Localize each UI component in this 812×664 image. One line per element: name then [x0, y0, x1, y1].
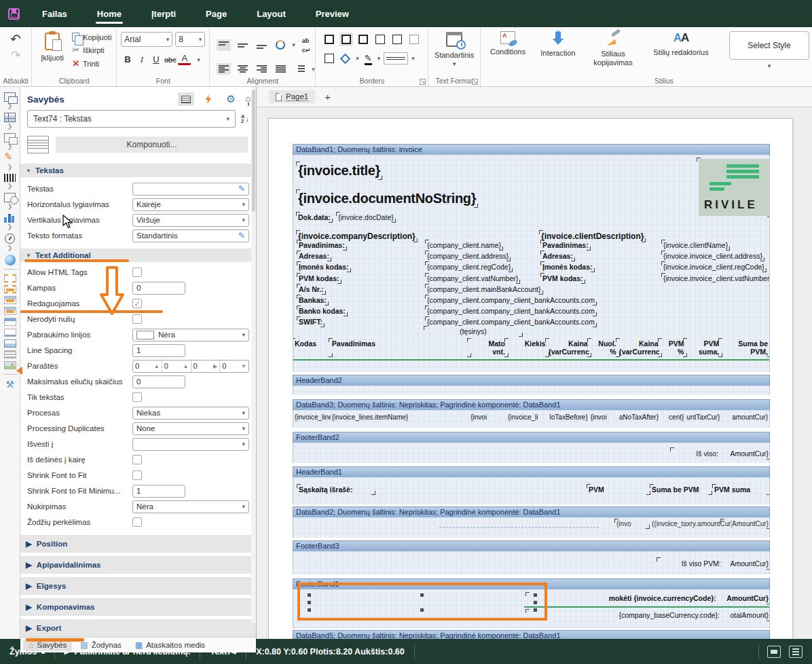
section-header-elgesys[interactable]: ▶Elgesys	[20, 577, 256, 595]
text-format-expander-icon[interactable]: ↘	[472, 79, 478, 85]
events-button[interactable]	[200, 92, 217, 106]
band-footerband2[interactable]: FooterBand2 Iš viso: AmountCur}	[293, 432, 770, 463]
company-description-field[interactable]: {invoice.companyDescription}	[298, 232, 416, 241]
primitives-tool[interactable]	[4, 191, 16, 202]
properties-scrollbar[interactable]	[251, 87, 256, 623]
map-tool[interactable]	[5, 253, 16, 265]
style-copy-button[interactable]: Stiliaus kopijavimas	[584, 31, 642, 67]
table-header-kiekis[interactable]: Kiekis	[506, 339, 547, 356]
border-top-button[interactable]	[373, 33, 387, 46]
select-processing-duplicates[interactable]: None▾	[132, 422, 249, 435]
menu-tab-layout[interactable]: Layout	[242, 0, 301, 27]
band-data-tool[interactable]	[4, 306, 16, 316]
pin-icon[interactable]	[246, 97, 251, 102]
field-label-mon-s-kodas[interactable]: Įmonės kodas:	[299, 263, 349, 271]
chevron-right-icon[interactable]: ❯	[7, 244, 13, 251]
field-value-a-s-nr[interactable]: {company_client.mainBankAccount}	[427, 285, 541, 293]
section-header-tekstas[interactable]: ▼Tekstas	[20, 163, 256, 177]
select-i-vesti[interactable]: ▾	[132, 438, 249, 451]
table-header-kodas[interactable]: Kodas	[293, 339, 331, 356]
section-header-position[interactable]: ▶Position	[20, 535, 256, 553]
chevron-down-icon[interactable]: ▾	[768, 62, 771, 69]
input-line-spacing[interactable]: 1	[132, 344, 185, 357]
section-header-komponavimas[interactable]: ▶Komponavimas	[20, 598, 256, 616]
band-headerband1[interactable]: HeaderBand1 Sąskaitą išrašė: PVMSuma be …	[293, 466, 770, 504]
headerband2-header[interactable]: HeaderBand2	[293, 375, 770, 386]
field-value-pavadinimas[interactable]: {invoice.clientName}	[663, 241, 728, 249]
chevron-right-icon[interactable]: ❯	[7, 183, 13, 189]
field-label-pavadinimas[interactable]: Pavadinimas:	[299, 241, 345, 249]
menu-tab-terpti[interactable]: Įterpti	[136, 0, 191, 27]
select-horizontalus-lygiavimas[interactable]: Kairėje▾	[132, 198, 249, 211]
delete-button[interactable]: ✕Trinti	[70, 58, 113, 69]
field-value-banko-kodas[interactable]: {company_client.company_client_bankAccou…	[427, 307, 595, 315]
band-image-tool[interactable]	[4, 360, 16, 371]
field-value-adresas[interactable]: {invoice.invoice_client.address}	[663, 252, 762, 260]
input-kampas[interactable]: 0	[132, 282, 185, 295]
strikethrough-button[interactable]: abc	[164, 53, 177, 66]
tax-cell-3[interactable]: AmountCur}	[722, 520, 769, 528]
databand5-header[interactable]: DataBand5; Duomenų šaltinis: Nepriskitas…	[293, 630, 770, 639]
tax-cell-1[interactable]: {invo	[616, 520, 648, 528]
databand2-header[interactable]: DataBand2; Duomenų šaltinis: Nepriskitas…	[293, 506, 770, 517]
select-procesas[interactable]: Niekas▾	[132, 407, 249, 420]
band-header-tool[interactable]	[4, 316, 16, 327]
text-format-value[interactable]: Standartinis	[435, 51, 474, 59]
header1-col-pvm-suma[interactable]: PVM suma	[714, 485, 769, 494]
field-value-swift[interactable]: {company_client.company_client_bankAccou…	[427, 318, 595, 326]
band-databand5[interactable]: DataBand5; Duomenų šaltinis: Nepriskitas…	[293, 630, 770, 639]
underline-button[interactable]: U	[149, 53, 162, 66]
pay-amount-field[interactable]: mokėti {invoice.currencyCode}: AmountCur…	[528, 593, 769, 603]
chevron-right-icon[interactable]: ❯	[7, 223, 13, 230]
header1-col-suma-be-pvm[interactable]: Suma be PVM	[652, 485, 710, 494]
spinner-icon[interactable]: ▲	[154, 363, 160, 369]
invoice-docno-field[interactable]: {invoice.documentNoString}	[298, 191, 476, 206]
section-header-apipavidalinimas[interactable]: ▶Apipavidalinimas	[20, 556, 256, 574]
field-label-pvm-kodas[interactable]: PVM kodas:	[542, 274, 583, 282]
total-vat-field[interactable]: Iš viso PVM: AmountCur}	[659, 559, 769, 568]
spinner-icon[interactable]: ▶	[213, 363, 217, 369]
databand3-cell-4[interactable]: loTaxBefore}	[547, 413, 589, 421]
field-label-adresas[interactable]: Adresas:	[542, 252, 573, 260]
chevron-right-icon[interactable]: ❯	[7, 203, 13, 210]
checkbox-allow-html-tags[interactable]	[132, 268, 142, 277]
databand3-cell-2[interactable]: {invoi	[469, 413, 506, 421]
doc-date-label[interactable]: Dok.data:	[298, 213, 331, 221]
gauge-tool[interactable]	[5, 232, 15, 244]
field-label-a-s-nr[interactable]: A/s Nr.:	[299, 285, 324, 293]
doc-date-field[interactable]: {invoice.docDate}	[338, 213, 394, 221]
table-header-mato-vnt[interactable]: Matovnt.	[469, 339, 506, 356]
font-family-select[interactable]: Arial▾	[121, 32, 172, 47]
text-lines-icon[interactable]	[27, 136, 49, 153]
checkbox-nerodyti-nuli[interactable]	[132, 314, 142, 324]
total-field[interactable]: Iš viso: AmountCur}	[672, 449, 769, 458]
line-spacing-button[interactable]	[293, 63, 307, 75]
field-label-mon-s-kodas[interactable]: Įmonės kodas:	[542, 263, 593, 271]
interaction-button[interactable]: Interaction	[534, 31, 583, 58]
word-wrap-button[interactable]: abc↵	[300, 33, 313, 56]
databand3-cell-8[interactable]: untTaxCur}	[685, 413, 720, 421]
align-bottom-button[interactable]	[255, 39, 269, 51]
text-format-icon[interactable]	[446, 32, 462, 47]
barcode-tool[interactable]	[4, 172, 16, 182]
components-tool[interactable]	[4, 91, 16, 102]
border-none2-button[interactable]	[407, 33, 421, 46]
chevron-down-icon[interactable]: ▾	[453, 60, 456, 67]
align-right-button[interactable]	[255, 63, 269, 75]
checkbox-tik-tekstas[interactable]	[132, 392, 142, 402]
align-justify-button[interactable]	[274, 63, 288, 75]
table-header-pavadinimas[interactable]: Pavadinimas	[331, 339, 469, 356]
input-maksimalus-eilu-i-skai-ius[interactable]: 0	[132, 375, 185, 388]
chevron-down-icon[interactable]: ▾	[411, 55, 415, 62]
footerband3-header[interactable]: FooterBand3	[293, 540, 770, 551]
chevron-down-icon[interactable]: ▾	[377, 55, 381, 62]
align-center-button[interactable]	[236, 63, 250, 75]
databand3-cell-6[interactable]: aNoTaxAfter}	[618, 413, 660, 421]
sort-properties-button[interactable]: AZ↓	[241, 114, 249, 124]
table-header-kaina-varcurrenc[interactable]: Kaina{varCurrenc	[547, 339, 589, 356]
border-none-button[interactable]	[322, 52, 336, 65]
table-header-nuol[interactable]: Nuol.%	[589, 339, 618, 356]
text-rotate-button[interactable]	[274, 38, 287, 52]
settings-button[interactable]: ⚙	[223, 92, 239, 106]
header1-col-pvm[interactable]: PVM	[589, 485, 648, 494]
